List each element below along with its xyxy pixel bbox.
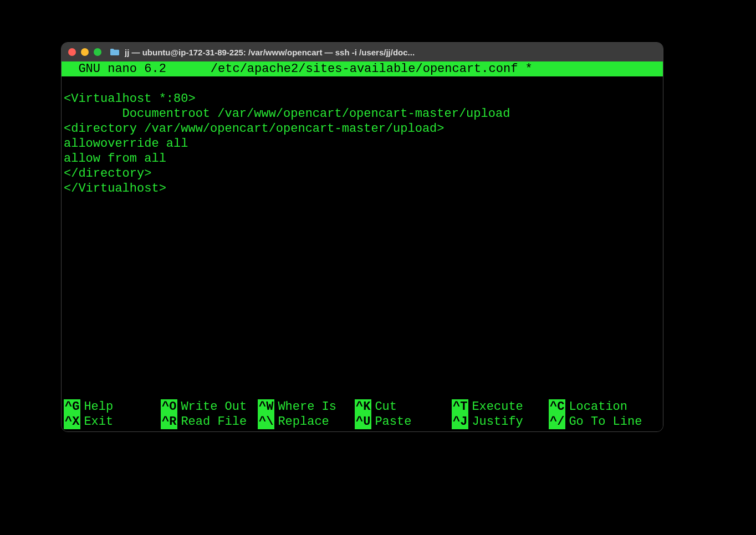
shortcut-label: Read File — [181, 414, 247, 429]
shortcut-label: Execute — [472, 399, 523, 414]
shortcut-label: Help — [84, 399, 113, 414]
shortcut-key: ^C — [549, 399, 565, 414]
fullscreen-icon[interactable] — [94, 48, 101, 56]
shortcut-label: Where Is — [278, 399, 336, 414]
shortcut-cut: ^KCut — [355, 399, 452, 414]
minimize-icon[interactable] — [81, 48, 89, 56]
shortcut-label: Replace — [278, 414, 329, 429]
shortcut-key: ^J — [452, 414, 468, 429]
shortcut-row-2: ^XExit ^RRead File ^\Replace ^UPaste ^JJ… — [64, 414, 661, 429]
shortcut-label: Write Out — [181, 399, 247, 414]
shortcut-label: Location — [569, 399, 627, 414]
shortcut-label: Go To Line — [569, 414, 642, 429]
shortcut-paste: ^UPaste — [355, 414, 452, 429]
shortcut-label: Paste — [375, 414, 411, 429]
shortcut-key: ^G — [64, 399, 80, 414]
editor-line: </Virtualhost> — [64, 182, 166, 196]
editor-line: allowoverride all — [64, 137, 188, 151]
nano-header: GNU nano 6.2 /etc/apache2/sites-availabl… — [62, 61, 663, 76]
editor-line: <directory /var/www/opencart/opencart-ma… — [64, 122, 445, 136]
traffic-lights — [68, 48, 101, 56]
nano-shortcuts: ^GHelp ^OWrite Out ^WWhere Is ^KCut ^TEx… — [62, 399, 663, 429]
shortcut-label: Exit — [84, 414, 113, 429]
shortcut-replace: ^\Replace — [258, 414, 355, 429]
shortcut-writeout: ^OWrite Out — [161, 399, 258, 414]
shortcut-key: ^K — [355, 399, 371, 414]
editor-line: <Virtualhost *:80> — [64, 92, 196, 106]
close-icon[interactable] — [68, 48, 76, 56]
nano-app-name: GNU nano 6.2 — [64, 61, 166, 76]
editor-body[interactable]: <Virtualhost *:80> Documentroot /var/www… — [62, 76, 663, 211]
terminal-area[interactable]: GNU nano 6.2 /etc/apache2/sites-availabl… — [62, 61, 663, 431]
shortcut-key: ^W — [258, 399, 274, 414]
shortcut-key: ^R — [161, 414, 177, 429]
nano-file-name: /etc/apache2/sites-available/opencart.co… — [166, 61, 661, 76]
shortcut-key: ^O — [161, 399, 177, 414]
shortcut-gotoline: ^/Go To Line — [549, 414, 646, 429]
shortcut-key: ^\ — [258, 414, 274, 429]
editor-line: allow from all — [64, 152, 166, 166]
shortcut-justify: ^JJustify — [452, 414, 549, 429]
shortcut-execute: ^TExecute — [452, 399, 549, 414]
shortcut-whereis: ^WWhere Is — [258, 399, 355, 414]
shortcut-readfile: ^RRead File — [161, 414, 258, 429]
terminal-window: jj — ubuntu@ip-172-31-89-225: /var/www/o… — [61, 42, 663, 432]
shortcut-label: Cut — [375, 399, 397, 414]
shortcut-key: ^U — [355, 414, 371, 429]
window-title: jj — ubuntu@ip-172-31-89-225: /var/www/o… — [125, 48, 656, 57]
shortcut-key: ^X — [64, 414, 80, 429]
shortcut-row-1: ^GHelp ^OWrite Out ^WWhere Is ^KCut ^TEx… — [64, 399, 661, 414]
shortcut-exit: ^XExit — [64, 414, 161, 429]
shortcut-label: Justify — [472, 414, 523, 429]
window-titlebar[interactable]: jj — ubuntu@ip-172-31-89-225: /var/www/o… — [62, 43, 663, 61]
editor-line: </directory> — [64, 167, 151, 181]
shortcut-location: ^CLocation — [549, 399, 646, 414]
shortcut-key: ^/ — [549, 414, 565, 429]
shortcut-key: ^T — [452, 399, 468, 414]
editor-line: Documentroot /var/www/opencart/opencart-… — [64, 107, 510, 121]
folder-icon — [110, 48, 120, 56]
shortcut-help: ^GHelp — [64, 399, 161, 414]
